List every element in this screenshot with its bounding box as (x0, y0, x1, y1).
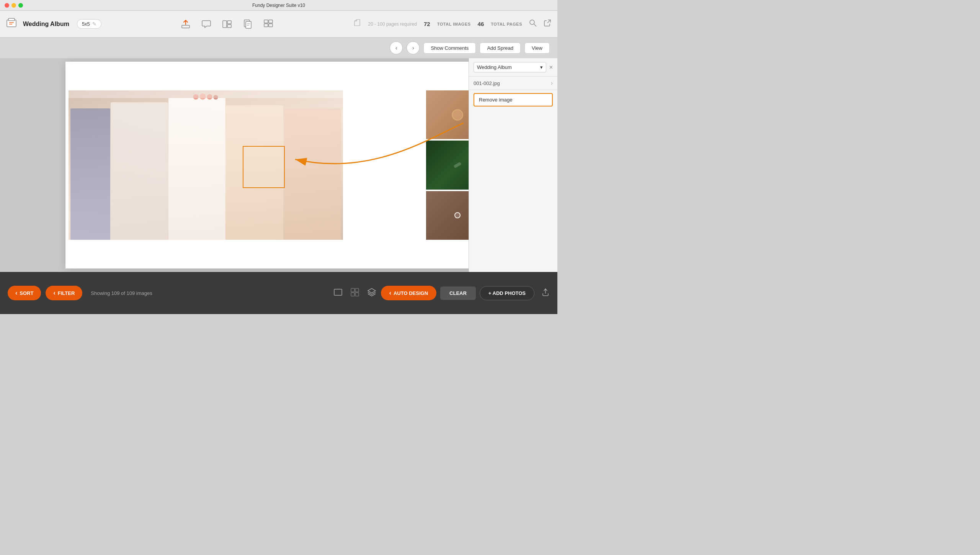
single-view-button[interactable] (333, 288, 343, 299)
edit-icon: ✎ (92, 21, 96, 27)
pages-note: 20 - 100 pages required (368, 21, 417, 27)
app-title: Fundy Designer Suite v10 (252, 3, 305, 8)
svg-point-16 (530, 20, 534, 25)
window-controls[interactable] (5, 3, 23, 8)
nav-bar: ‹ › Show Comments Add Spread View (0, 38, 557, 58)
maximize-button[interactable] (18, 3, 23, 8)
svg-rect-5 (223, 21, 227, 28)
album-dropdown-value: Wedding Album (477, 64, 512, 70)
search-button[interactable] (529, 19, 537, 29)
total-pages-label: TOTAL PAGES (491, 22, 522, 26)
main-photo-left[interactable] (69, 90, 343, 240)
album-name: Wedding Album (23, 21, 69, 28)
add-spread-button[interactable]: Add Spread (480, 43, 521, 54)
bottom-toolbar: ‹ SORT ‹ FILTER Showing 109 of 109 image… (0, 272, 557, 314)
svg-line-18 (547, 20, 550, 23)
layers-button[interactable] (367, 288, 376, 299)
auto-design-label: AUTO DESIGN (394, 290, 428, 296)
grid-view-button-bottom[interactable] (350, 288, 359, 299)
total-pages-count: 46 (478, 21, 484, 27)
main-toolbar: Wedding Album 5x5 ✎ (0, 11, 557, 38)
file-name: 001-002.jpg (474, 80, 500, 86)
minimize-button[interactable] (11, 3, 16, 8)
auto-design-arrow-icon: ‹ (389, 290, 391, 296)
export-button[interactable] (541, 288, 550, 298)
total-images-count: 72 (424, 21, 430, 27)
prev-page-button[interactable]: ‹ (390, 41, 403, 54)
show-comments-button[interactable]: Show Comments (423, 43, 476, 54)
svg-rect-6 (227, 21, 231, 24)
filter-label: FILTER (58, 290, 75, 296)
chevron-right-icon: › (551, 80, 553, 87)
grid-view-button[interactable] (263, 19, 273, 29)
close-button[interactable] (5, 3, 9, 8)
external-link-button[interactable] (544, 19, 551, 29)
album-page (65, 62, 492, 268)
svg-rect-15 (269, 24, 273, 27)
auto-design-button[interactable]: ‹ AUTO DESIGN (381, 286, 436, 300)
svg-rect-1 (8, 18, 15, 21)
filter-arrow-icon: ‹ (53, 290, 55, 296)
toolbar-center-icons (106, 19, 348, 29)
bottom-right-buttons: ‹ AUTO DESIGN CLEAR + ADD PHOTOS (381, 286, 550, 300)
chevron-down-icon: ▾ (540, 64, 543, 70)
file-row[interactable]: 001-002.jpg › (469, 77, 557, 90)
showing-count: Showing 109 of 109 images (91, 290, 328, 296)
svg-rect-9 (246, 21, 251, 28)
comments-button[interactable] (201, 19, 211, 29)
svg-rect-23 (351, 293, 354, 296)
bottom-center-icons (333, 288, 376, 299)
svg-rect-4 (182, 25, 189, 28)
svg-rect-14 (264, 24, 268, 27)
upload-button[interactable] (181, 19, 191, 29)
view-button[interactable]: View (524, 43, 550, 54)
toolbar-stats: 20 - 100 pages required 72 TOTAL IMAGES … (353, 19, 551, 29)
pages-icon (353, 19, 361, 29)
size-value: 5x5 (82, 21, 90, 27)
sort-button[interactable]: ‹ SORT (8, 286, 41, 300)
layout-button[interactable] (222, 19, 232, 29)
clear-button[interactable]: CLEAR (440, 287, 476, 300)
svg-rect-24 (355, 293, 359, 296)
pages-button[interactable] (243, 19, 253, 29)
svg-rect-20 (334, 289, 342, 295)
svg-rect-21 (351, 288, 354, 292)
svg-rect-7 (227, 25, 231, 28)
next-page-button[interactable]: › (407, 41, 420, 54)
logo-icon (6, 18, 17, 31)
right-panel-header: Wedding Album ▾ × (469, 58, 557, 77)
sort-label: SORT (20, 290, 33, 296)
add-photos-button[interactable]: + ADD PHOTOS (480, 286, 534, 300)
size-selector[interactable]: 5x5 ✎ (77, 19, 101, 29)
right-panel: Wedding Album ▾ × 001-002.jpg › Remove i… (469, 58, 557, 272)
total-images-label: TOTAL IMAGES (437, 22, 471, 26)
remove-image-button[interactable]: Remove image (474, 93, 553, 106)
svg-rect-13 (269, 20, 273, 23)
svg-rect-22 (355, 288, 359, 292)
svg-line-17 (534, 24, 536, 26)
svg-rect-12 (264, 20, 268, 23)
sort-arrow-icon: ‹ (15, 290, 17, 296)
filter-button[interactable]: ‹ FILTER (46, 286, 82, 300)
album-dropdown[interactable]: Wedding Album ▾ (474, 62, 546, 72)
title-bar: Fundy Designer Suite v10 (0, 0, 557, 11)
panel-close-button[interactable]: × (549, 64, 553, 71)
